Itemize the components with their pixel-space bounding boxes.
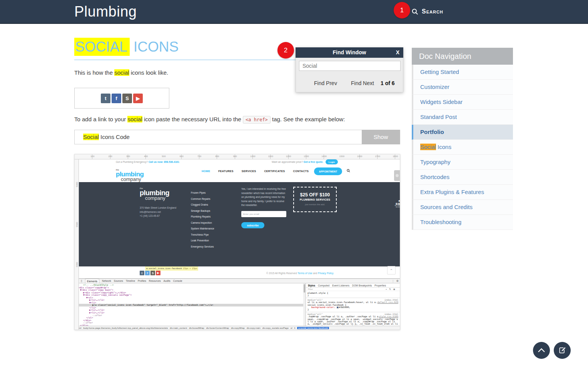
device-mode-icon[interactable]: ▯: [81, 280, 82, 283]
devtools-breadcrumb[interactable]: div.copy_socials.socPage: [262, 327, 289, 329]
devtools-tab-network[interactable]: Network: [102, 280, 111, 282]
devtools-breadcrumb[interactable]: li: [294, 327, 296, 329]
devtools-menu-icon[interactable]: ⋮: [392, 280, 394, 283]
styles-tab-styles[interactable]: Styles: [308, 284, 315, 287]
free-quote-link[interactable]: Get a free quote.: [304, 161, 323, 163]
site-nav-contacts[interactable]: CONTACTS: [293, 170, 309, 172]
devtools-tab-audits[interactable]: Audits: [164, 280, 170, 282]
footer-service-link[interactable]: Trenchless Pipe: [191, 232, 214, 238]
social-icon-facebook[interactable]: f: [112, 94, 121, 103]
devtools-tab-console[interactable]: Console: [173, 280, 182, 282]
social-icon-skype[interactable]: S: [122, 94, 132, 103]
footer-service-link[interactable]: Leak Prevention: [191, 238, 214, 244]
devtools-tab-sources[interactable]: Sources: [114, 280, 123, 282]
subscribe-button[interactable]: subscribe: [241, 222, 264, 228]
sidebar-item-sources-and-credits[interactable]: Sources and Credits: [412, 200, 513, 215]
chevron-up-icon: [538, 348, 545, 353]
ruler-tick: 100: [88, 155, 97, 157]
styles-tab-dom-breakpoints[interactable]: DOM Breakpoints: [352, 284, 372, 287]
devtools-breadcrumb[interactable]: ul: [291, 327, 292, 329]
devtools-tab-resources[interactable]: Resources: [149, 280, 161, 282]
find-prev-button[interactable]: Find Prev: [314, 80, 337, 86]
social-icon-skype[interactable]: S: [150, 271, 155, 275]
appointment-button[interactable]: APPOINTMENT: [314, 167, 342, 175]
social-icon-tumblr[interactable]: t: [140, 271, 144, 275]
footer-service-link[interactable]: System Maintenance: [191, 226, 214, 232]
devtools-tab-elements[interactable]: Elements: [85, 279, 99, 283]
devtools-breadcrumb[interactable]: div.footerContentWrap: [206, 327, 229, 329]
newsletter-email-input[interactable]: [241, 211, 286, 217]
scroll-top-widget[interactable]: ⌃: [387, 266, 396, 275]
privacy-link[interactable]: Privacy Policy: [318, 272, 333, 275]
login-button[interactable]: Login: [326, 159, 338, 164]
doc-navigation-items: Getting StartedCustomizerWidgets Sidebar…: [412, 65, 513, 230]
footer-service-link[interactable]: Camera Inspection: [191, 220, 214, 226]
edit-page-button[interactable]: [554, 342, 571, 359]
find-match-highlight: Social: [420, 144, 436, 150]
scroll-to-top-button[interactable]: [533, 342, 550, 359]
search-button[interactable]: Search: [412, 0, 443, 23]
close-icon[interactable]: X: [396, 47, 399, 58]
find-next-button[interactable]: Find Next: [351, 80, 374, 86]
devtools-breadcrumb[interactable]: body.home.page.themerex_body.fullscreen.…: [83, 327, 168, 329]
sidebar-item-social-icons[interactable]: Social Icons: [412, 140, 513, 155]
devtools-breadcrumb[interactable]: div.boxedWrap: [189, 327, 204, 329]
sidebar-item-shortcodes[interactable]: Shortcodes: [412, 170, 513, 185]
ruler-tick: 5500: [76, 220, 78, 229]
social-icon-facebook[interactable]: f: [145, 271, 150, 275]
floating-widget[interactable]: [394, 170, 400, 181]
site-logo[interactable]: the plumbing company: [116, 169, 144, 182]
terms-link[interactable]: Terms of Use: [297, 272, 312, 275]
devtools-breadcrumb[interactable]: div.main_content: [170, 327, 187, 329]
footer-service-link[interactable]: Common Repairs: [191, 196, 214, 202]
find-input[interactable]: [299, 61, 401, 71]
sidebar-item-label: Icons: [436, 144, 451, 150]
sidebar-item-portfolio[interactable]: Portfolio: [412, 125, 513, 140]
ruler-tick: 400: [141, 155, 150, 157]
sidebar-item-standard-post[interactable]: Standard Post: [412, 110, 513, 125]
styles-toolbar-icons[interactable]: + ⇅ ◉: [386, 288, 396, 291]
devtools-tab-timeline[interactable]: Timeline: [126, 280, 135, 282]
site-nav-features[interactable]: FEATURES: [218, 170, 234, 172]
styles-tab-event-listeners[interactable]: Event Listeners: [332, 284, 349, 287]
site-title[interactable]: Plumbing: [74, 0, 137, 23]
call-us-link[interactable]: Call us now: 858.536.4161: [149, 161, 179, 163]
devtools-tab-profiles[interactable]: Profiles: [138, 280, 146, 282]
site-nav-certificates[interactable]: CERTIFICATES: [264, 170, 285, 172]
css-selector-row: style.css:5105.topWrap .socPage ul li a,…: [307, 315, 398, 326]
social-icon-youtube[interactable]: ▶: [133, 94, 143, 103]
code-accordion-header[interactable]: Social Icons Code Show: [74, 130, 400, 144]
sidebar-item-widgets-sidebar[interactable]: Widgets Sidebar: [412, 95, 513, 110]
devtools-breadcrumb[interactable]: a.social_icons.icon-facebook: [297, 327, 329, 329]
social-icon-tumblr[interactable]: t: [101, 94, 110, 103]
footer-service-link[interactable]: Sewage Backups: [191, 208, 214, 214]
shot-search-icon[interactable]: [347, 169, 350, 173]
site-nav-home[interactable]: HOME: [202, 170, 210, 172]
devtools-settings-icon[interactable]: ⚙: [396, 280, 399, 283]
sidebar-item-extra-plugins-features[interactable]: Extra Plugins & Features: [412, 185, 513, 200]
footer-service-link[interactable]: Clogged Drains: [191, 202, 214, 208]
social-icon-youtube[interactable]: ▶: [156, 271, 160, 275]
sidebar-item-troubleshooting[interactable]: Troubleshooting: [412, 215, 513, 230]
styles-tab-computed[interactable]: Computed: [318, 284, 329, 287]
sidebar-item-typography[interactable]: Typography: [412, 155, 513, 170]
footer-address: 370 Main Street London Englandinfo@theme…: [140, 206, 176, 218]
show-button[interactable]: Show: [362, 130, 400, 144]
app-header: Plumbing Search: [0, 0, 588, 24]
sidebar-item-customizer[interactable]: Customizer: [412, 80, 513, 95]
find-window-titlebar[interactable]: Find Window X: [296, 47, 403, 58]
code-accordion-label: Icons Code: [99, 134, 130, 140]
devtools-breadcrumb[interactable]: div.copyWrap: [231, 327, 245, 329]
ruler-tick: 5000: [76, 180, 78, 189]
footer-service-link[interactable]: Plumbing Repairs: [191, 214, 214, 220]
site-nav-services[interactable]: SERVICES: [242, 170, 256, 172]
css-close: }: [307, 308, 398, 311]
footer-service-link[interactable]: Emergency Services: [191, 244, 214, 250]
styles-filter-row[interactable]: Filter+ ⇅ ◉: [306, 288, 400, 291]
sidebar-item-getting-started[interactable]: Getting Started: [412, 65, 513, 80]
shot-footer: the plumbing company 370 Main Street Lon…: [79, 182, 400, 266]
css-file-link[interactable]: default.css:629: [378, 301, 398, 303]
devtools-breadcrumb[interactable]: div.copy.main: [247, 327, 261, 329]
styles-tab-properties[interactable]: Properties: [374, 284, 386, 287]
footer-service-link[interactable]: Frozen Pipes: [191, 190, 214, 196]
